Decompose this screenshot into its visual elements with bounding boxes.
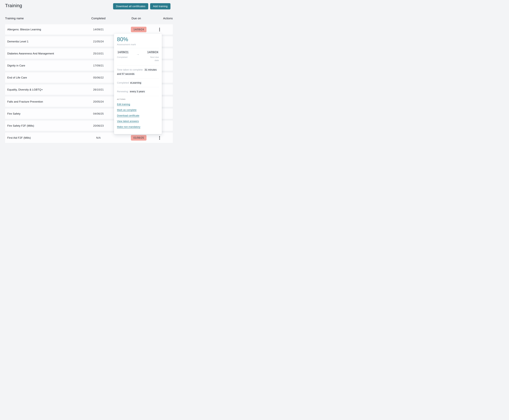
- completed-date: 17/09/21: [80, 64, 117, 67]
- make-non-mandatory-link[interactable]: Make non-mandatory: [117, 125, 140, 128]
- assessment-mark-label: Assessment mark: [117, 43, 159, 46]
- popover-next-due-date: 14/09/24: [147, 50, 159, 54]
- next-due-label-line2: date: [155, 59, 159, 61]
- training-name: End of Life Care: [7, 76, 80, 79]
- kebab-menu-icon[interactable]: [159, 27, 160, 32]
- due-date-badge: 14/09/24: [131, 27, 147, 32]
- renewing-label: Renewing:: [117, 90, 129, 93]
- popover-actions-heading: ACTIONS: [117, 98, 159, 100]
- time-taken-line: Time taken to complete: 31 minutes and 5…: [117, 68, 159, 76]
- training-name: First Aid F2F (Mills): [7, 136, 80, 139]
- arrow-right-icon: →: [136, 52, 140, 62]
- completed-date: 20/06/23: [80, 124, 117, 127]
- training-name: Dementia Level 1: [7, 40, 80, 43]
- completed-date: N/A: [80, 136, 117, 139]
- training-name: Fire Safety F2F (Mills): [7, 124, 80, 127]
- training-name: Fire Safety: [7, 112, 80, 115]
- column-header-completed: Completed: [80, 17, 117, 20]
- completed-date: 05/06/22: [80, 76, 117, 79]
- completed-date: 04/06/25: [80, 112, 117, 115]
- training-name: Dignity in Care: [7, 64, 80, 67]
- divider: [117, 87, 159, 87]
- edit-training-link[interactable]: Edit training: [117, 103, 130, 106]
- renewing-line: Renewing: every 3 years: [117, 90, 159, 94]
- training-name: Falls and Fracture Prevention: [7, 100, 80, 103]
- column-header-due-on: Due on: [117, 17, 156, 20]
- mark-as-complete-link[interactable]: Mark as complete: [117, 109, 137, 111]
- table-row[interactable]: Allergens: Bitesize Learning 14/09/21 14…: [5, 24, 173, 35]
- page-title: Training: [5, 3, 22, 8]
- completed-method-value: eLearning: [130, 81, 142, 84]
- completion-dates-row: 14/09/21 Completed → 14/09/24 Next due d…: [117, 50, 159, 62]
- add-training-button[interactable]: Add training: [150, 3, 170, 9]
- column-header-actions: Actions: [156, 17, 173, 20]
- completed-method-label: Completed: [117, 81, 129, 84]
- training-page: Training Download all certificates Add t…: [0, 0, 173, 143]
- popover-completed-date: 14/09/21: [117, 50, 129, 54]
- column-header-training-name: Training name: [5, 17, 80, 20]
- popover-next-due-label: Next due date: [147, 56, 159, 62]
- completed-date: 14/09/21: [80, 28, 117, 31]
- download-all-certificates-button[interactable]: Download all certificates: [113, 3, 148, 9]
- page-header: Training Download all certificates Add t…: [0, 0, 173, 9]
- completed-date: 25/10/21: [80, 52, 117, 55]
- training-name: Allergens: Bitesize Learning: [7, 28, 80, 31]
- due-date-badge: 01/06/25: [131, 135, 147, 141]
- time-taken-label: Time taken to complete:: [117, 68, 143, 71]
- next-due-date-block: 14/09/24 Next due date: [147, 50, 159, 62]
- view-latest-answers-link[interactable]: View latest answers: [117, 120, 139, 123]
- completed-date: 20/05/24: [80, 100, 117, 103]
- completed-date: 21/05/24: [80, 40, 117, 43]
- table-header: Training name Completed Due on Actions: [0, 17, 173, 20]
- training-name: Diabetes Awareness And Management: [7, 52, 80, 55]
- download-certificate-link[interactable]: Download certificate: [117, 114, 139, 117]
- popover-completed-label: Completed: [117, 56, 129, 59]
- training-name: Equality, Diversity & LGBTQ+: [7, 88, 80, 91]
- assessment-mark-value: 80%: [117, 36, 159, 42]
- header-buttons: Download all certificates Add training: [113, 3, 170, 9]
- next-due-label-line1: Next due: [150, 56, 159, 58]
- divider: [117, 65, 159, 66]
- kebab-menu-icon[interactable]: [159, 136, 160, 140]
- completed-method-line: Completed eLearning: [117, 81, 159, 85]
- renewing-value: every 3 years: [129, 90, 145, 93]
- completed-date: 26/10/21: [80, 88, 117, 91]
- completed-date-block: 14/09/21 Completed: [117, 50, 129, 62]
- training-details-popover: 80% Assessment mark 14/09/21 Completed →…: [114, 34, 162, 134]
